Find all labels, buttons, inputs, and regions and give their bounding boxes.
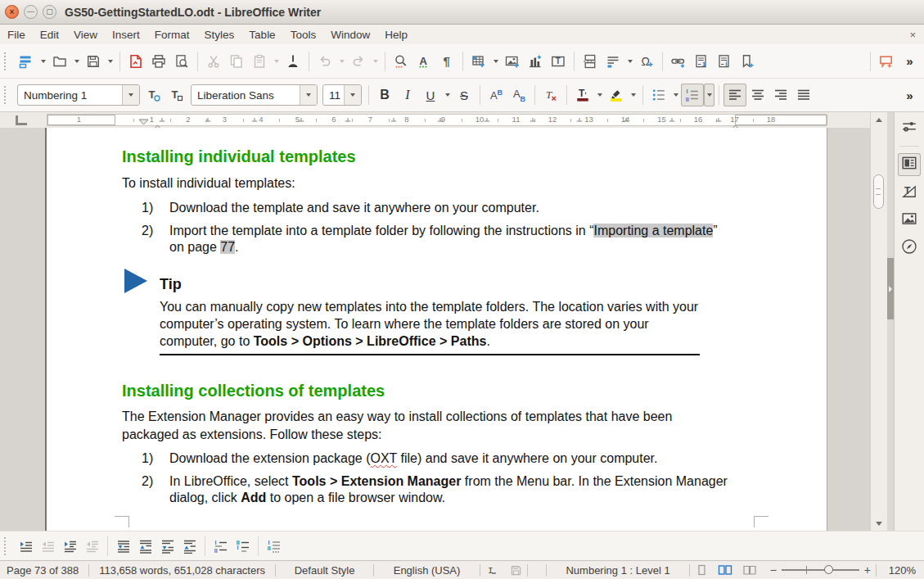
multi-page-view-icon[interactable] — [713, 563, 737, 577]
insert-textbox-button[interactable]: T — [547, 50, 570, 73]
promote-button[interactable] — [37, 536, 59, 557]
close-window-button[interactable]: × — [5, 5, 19, 19]
special-character-button[interactable]: Ω — [635, 50, 658, 73]
underline-dropdown[interactable] — [442, 84, 453, 106]
zoom-level[interactable]: 120% — [877, 564, 924, 577]
insert-footnote-button[interactable]: 1 — [690, 50, 713, 73]
save-dropdown[interactable] — [105, 50, 115, 73]
move-down-button[interactable] — [112, 536, 134, 557]
sidebar-hide-strip[interactable] — [887, 112, 894, 531]
open-dropdown[interactable] — [71, 50, 82, 73]
move-up-button[interactable] — [134, 536, 156, 557]
menu-table[interactable]: Table — [241, 26, 282, 43]
status-word-count[interactable]: 113,658 words, 651,028 characters — [89, 564, 275, 577]
tab-stop-type-icon[interactable] — [16, 115, 27, 125]
font-name-combo-dropdown[interactable] — [300, 85, 317, 105]
sidebar-properties-button[interactable] — [898, 153, 921, 176]
status-language[interactable]: English (USA) — [374, 564, 480, 577]
horizontal-ruler[interactable]: 1123456789101112131415161718 — [0, 112, 870, 128]
menu-styles[interactable]: Styles — [197, 26, 242, 43]
scrollbar-thumb[interactable] — [873, 174, 884, 209]
font-color-dropdown[interactable] — [594, 84, 605, 106]
superscript-button[interactable]: AB — [485, 84, 507, 106]
demote-button[interactable] — [15, 536, 37, 557]
zoom-out-button[interactable]: − — [765, 563, 782, 577]
bullet-list-button[interactable] — [647, 84, 670, 106]
ruler-left-margin[interactable] — [47, 115, 115, 125]
bullet-list-dropdown[interactable] — [670, 84, 681, 106]
insert-unnumbered-entry-button[interactable]: III — [210, 536, 232, 557]
restart-numbering-button[interactable]: III — [232, 536, 254, 557]
minimize-window-button[interactable]: — — [24, 5, 38, 19]
menu-tools[interactable]: Tools — [283, 26, 324, 43]
insert-field-dropdown[interactable] — [624, 50, 635, 73]
copy-button[interactable] — [225, 50, 248, 73]
align-left-button[interactable] — [723, 84, 746, 106]
menu-format[interactable]: Format — [147, 26, 197, 43]
vertical-scrollbar[interactable] — [870, 112, 887, 531]
justify-button[interactable] — [792, 84, 815, 106]
paragraph-style-combo[interactable]: Numbering 1 — [17, 84, 140, 106]
close-document-button[interactable]: × — [909, 29, 916, 41]
insert-chart-button[interactable] — [524, 50, 547, 73]
align-right-button[interactable] — [769, 84, 792, 106]
new-document-dropdown[interactable] — [38, 50, 48, 73]
font-size-combo[interactable]: 11 — [322, 84, 362, 106]
cut-button[interactable] — [202, 50, 225, 73]
scroll-up-arrow-icon[interactable] — [871, 113, 887, 126]
strikethrough-button[interactable]: S — [453, 84, 476, 106]
menu-edit[interactable]: Edit — [33, 26, 66, 43]
menu-help[interactable]: Help — [377, 26, 415, 43]
insert-comment-button[interactable] — [875, 50, 898, 73]
titlebar[interactable]: × — ▢ GS50-GettingStartedLO.odt - LibreO… — [0, 0, 924, 25]
standard-toolbar-grip[interactable] — [4, 52, 11, 70]
formatting-overflow-button[interactable]: » — [898, 84, 921, 106]
sidebar-gallery-button[interactable] — [898, 209, 921, 232]
save-button[interactable] — [82, 50, 105, 73]
single-page-view-icon[interactable] — [690, 563, 713, 577]
sidebar-hide-handle[interactable] — [887, 258, 894, 319]
sidebar-styles-button[interactable]: T — [898, 181, 921, 204]
move-down-with-subpoints-button[interactable] — [156, 536, 178, 557]
status-page-style[interactable]: Default Style — [276, 564, 373, 577]
clear-formatting-button[interactable]: T — [539, 84, 562, 106]
numbered-list-button[interactable]: III — [681, 84, 704, 106]
new-document-button[interactable] — [15, 50, 38, 73]
bold-button[interactable]: B — [373, 84, 396, 106]
document-page[interactable]: Installing individual templates To insta… — [45, 128, 827, 531]
update-style-button[interactable]: T — [142, 84, 165, 106]
zoom-slider-thumb[interactable] — [824, 565, 833, 574]
status-outline-level[interactable]: Numbering 1 : Level 1 — [547, 564, 689, 577]
scroll-down-arrow-icon[interactable] — [871, 517, 887, 530]
book-view-icon[interactable] — [737, 563, 762, 577]
numbered-list-dropdown[interactable] — [704, 84, 714, 106]
open-button[interactable] — [48, 50, 71, 73]
redo-button[interactable] — [347, 50, 370, 73]
font-color-button[interactable]: T — [571, 84, 594, 106]
zoom-in-button[interactable]: + — [859, 563, 876, 577]
redo-dropdown[interactable] — [370, 50, 381, 73]
highlight-color-dropdown[interactable] — [628, 84, 638, 106]
document-modified-icon[interactable] — [505, 564, 527, 577]
insert-hyperlink-button[interactable] — [667, 50, 690, 73]
font-size-combo-dropdown[interactable] — [344, 85, 361, 105]
print-button[interactable] — [147, 50, 170, 73]
first-line-indent-marker[interactable] — [138, 114, 149, 129]
formatting-marks-button[interactable]: ¶ — [435, 50, 458, 73]
export-pdf-button[interactable] — [124, 50, 147, 73]
sidebar-settings-button[interactable] — [898, 117, 921, 140]
insert-mode-icon[interactable]: I — [480, 563, 505, 577]
undo-dropdown[interactable] — [336, 50, 347, 73]
font-name-combo[interactable]: Liberation Sans — [191, 84, 318, 106]
insert-table-button[interactable] — [467, 50, 490, 73]
spelling-button[interactable]: A — [412, 50, 435, 73]
highlight-color-button[interactable] — [605, 84, 628, 106]
align-center-button[interactable] — [746, 84, 769, 106]
italic-button[interactable]: I — [396, 84, 419, 106]
insert-endnote-button[interactable]: i — [713, 50, 736, 73]
new-style-button[interactable]: T — [165, 84, 188, 106]
demote-with-subpoints-button[interactable] — [59, 536, 81, 557]
print-preview-button[interactable] — [170, 50, 193, 73]
insert-image-button[interactable] — [501, 50, 524, 73]
maximize-window-button[interactable]: ▢ — [43, 5, 56, 19]
